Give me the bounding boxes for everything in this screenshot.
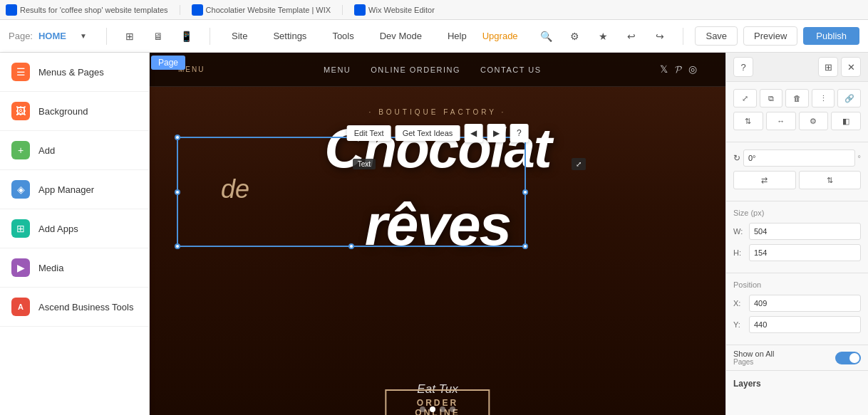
- panel-position-section: Position X: Y:: [726, 273, 868, 345]
- undo-btn[interactable]: ↩: [620, 25, 643, 48]
- sidebar-label-add: Add: [38, 145, 55, 156]
- sidebar-item-menus-pages[interactable]: ☰ Menus & Pages: [0, 53, 149, 92]
- sidebar-item-media[interactable]: ▶ Media: [0, 248, 149, 288]
- mobile-view-btn[interactable]: 📱: [175, 25, 198, 48]
- panel-more-icon[interactable]: ⋮: [812, 89, 835, 107]
- sidebar-item-background[interactable]: 🖼 Background: [0, 92, 149, 131]
- toolbar-divider-3: [683, 28, 683, 45]
- angle-icon: ↻: [733, 153, 740, 163]
- resize-handle-bc[interactable]: [348, 243, 354, 249]
- dot-4[interactable]: [450, 406, 455, 412]
- resize-icon-btn[interactable]: ⤢: [572, 158, 586, 169]
- panel-distribute-icon[interactable]: ↔: [766, 112, 796, 130]
- browser-tab-1-label: Results for 'coffee shop' website templa…: [20, 6, 168, 14]
- grid-view-btn[interactable]: ⊞: [118, 25, 141, 48]
- canvas-area[interactable]: MENU MENU ONLINE ORDERING CONTACT US 𝕏 𝓟…: [150, 53, 725, 415]
- wix-favicon-2: [192, 4, 203, 16]
- sidebar-label-menus-pages: Menus & Pages: [38, 67, 104, 78]
- apps-icon: ⊞: [11, 219, 30, 238]
- show-on-all-toggle[interactable]: [835, 352, 861, 364]
- publish-button[interactable]: Publish: [803, 27, 859, 45]
- sidebar-item-ascend[interactable]: A Ascend Business Tools: [0, 288, 149, 327]
- y-label: Y:: [733, 320, 745, 329]
- dropdown-arrow-btn[interactable]: ▼: [72, 25, 95, 48]
- y-input[interactable]: [749, 316, 861, 333]
- browser-tab-1[interactable]: Results for 'coffee shop' website templa…: [6, 4, 168, 16]
- desktop-view-btn[interactable]: 🖥: [147, 25, 170, 48]
- panel-duplicate-icon[interactable]: ⧉: [760, 89, 783, 107]
- browser-tab-2[interactable]: Chocolatier Website Template | WIX: [192, 4, 331, 16]
- arrow-right-btn[interactable]: ▶: [487, 124, 505, 142]
- layers-section: Layers: [726, 371, 868, 396]
- sidebar-item-app-manager[interactable]: ◈ App Manager: [0, 170, 149, 209]
- panel-delete-icon[interactable]: 🗑: [785, 89, 809, 107]
- tools-btn[interactable]: Tools: [322, 26, 363, 46]
- pinterest-icon: 𝓟: [675, 63, 681, 75]
- height-input[interactable]: [749, 244, 861, 261]
- browser-tab-3[interactable]: Wix Website Editor: [354, 4, 435, 16]
- width-input[interactable]: [749, 223, 861, 240]
- arrow-left-btn[interactable]: ◀: [464, 124, 482, 142]
- panel-controls-row1: ⤢ ⧉ 🗑 ⋮ 🔗: [733, 89, 861, 107]
- ascend-icon: A: [11, 298, 30, 316]
- x-input[interactable]: [749, 295, 861, 312]
- resize-handle-br[interactable]: [522, 243, 528, 249]
- toolbar-right: 🔍 ⚙ ★ ↩ ↪ Save Preview Publish: [534, 25, 859, 48]
- flip-h-icon[interactable]: ⇄: [733, 171, 796, 189]
- boutique-label: · BOUTIQUE FACTORY ·: [369, 108, 507, 116]
- text-controls: Edit Text Get Text Ideas ◀ ▶ ?: [347, 124, 529, 142]
- sidebar-label-app-manager: App Manager: [38, 184, 94, 195]
- search-btn[interactable]: 🔍: [534, 25, 557, 48]
- panel-controls-section: ⤢ ⧉ 🗑 ⋮ 🔗 ⇅ ↔ ⚙ ◧: [726, 82, 868, 142]
- de-text: de: [221, 174, 249, 204]
- redo-btn[interactable]: ↪: [649, 25, 671, 48]
- flip-v-icon[interactable]: ⇅: [799, 171, 862, 189]
- wix-favicon-1: [6, 4, 17, 16]
- breadcrumb-label: Page: [158, 58, 178, 68]
- instagram-icon: ◎: [688, 63, 697, 75]
- panel-align-icon[interactable]: ⇅: [733, 112, 763, 130]
- help-icon-btn[interactable]: ?: [510, 124, 528, 142]
- height-row: H:: [733, 244, 861, 261]
- layers-label: Layers: [733, 379, 761, 389]
- panel-arrange-icon[interactable]: ◧: [831, 112, 861, 130]
- upgrade-link[interactable]: Upgrade: [482, 31, 518, 41]
- menu-icon: ☰: [11, 63, 30, 81]
- app-icon: ◈: [11, 180, 30, 199]
- height-label: H:: [733, 248, 745, 257]
- social-btn[interactable]: ★: [591, 25, 614, 48]
- panel-help-icon[interactable]: ?: [733, 57, 753, 77]
- sidebar-label-media: Media: [38, 263, 63, 273]
- site-btn[interactable]: Site: [222, 26, 257, 46]
- panel-grid-icon[interactable]: ⊞: [818, 57, 838, 77]
- apps-btn[interactable]: ⚙: [563, 25, 586, 48]
- sidebar-item-add-apps[interactable]: ⊞ Add Apps: [0, 209, 149, 248]
- background-icon: 🖼: [11, 102, 30, 120]
- left-sidebar: ☰ Menus & Pages 🖼 Background + Add ◈ App…: [0, 53, 150, 415]
- angle-input[interactable]: [743, 149, 855, 167]
- panel-size-section: Size (px) W: H:: [726, 201, 868, 273]
- preview-button[interactable]: Preview: [743, 26, 797, 46]
- browser-tab-2-label: Chocolatier Website Template | WIX: [206, 6, 331, 14]
- panel-settings-icon[interactable]: ⚙: [799, 112, 829, 130]
- help-btn[interactable]: Help: [438, 26, 477, 46]
- show-on-all-pages-row: Show on All Pages: [726, 345, 868, 371]
- dot-2[interactable]: [430, 406, 435, 412]
- dot-1[interactable]: [420, 406, 425, 412]
- settings-btn[interactable]: Settings: [263, 26, 316, 46]
- resize-handle-bl[interactable]: [175, 243, 180, 249]
- panel-close-icon[interactable]: ✕: [841, 57, 861, 77]
- angle-unit: °: [858, 154, 861, 162]
- nav-links: MENU ONLINE ORDERING CONTACT US: [324, 65, 542, 74]
- save-button[interactable]: Save: [695, 26, 738, 46]
- y-row: Y:: [733, 316, 861, 333]
- sidebar-item-add[interactable]: + Add: [0, 131, 149, 170]
- edit-text-button[interactable]: Edit Text: [347, 125, 391, 141]
- dev-mode-btn[interactable]: Dev Mode: [370, 26, 432, 46]
- panel-move-icon[interactable]: ⤢: [733, 89, 757, 107]
- get-ideas-button[interactable]: Get Text Ideas: [396, 125, 460, 141]
- dot-3[interactable]: [440, 406, 445, 412]
- media-icon: ▶: [11, 258, 30, 277]
- page-home-link[interactable]: HOME: [38, 31, 66, 41]
- panel-link-icon[interactable]: 🔗: [837, 89, 861, 107]
